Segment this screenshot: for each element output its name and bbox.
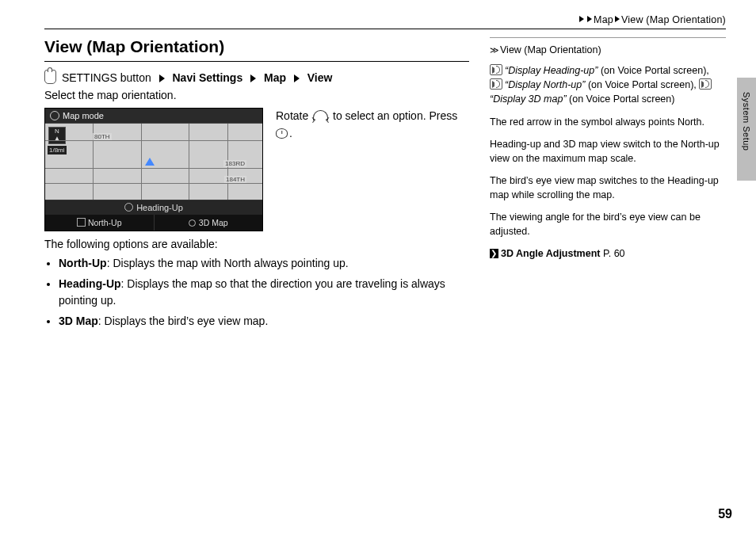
side-note: The red arrow in the symbol always point… <box>490 115 726 129</box>
list-item: North-Up: Displays the map with North al… <box>59 255 469 272</box>
figure-option-left: North-Up <box>45 215 155 231</box>
hand-icon <box>44 70 56 84</box>
gear-icon <box>50 111 59 120</box>
press-button-icon <box>276 128 288 139</box>
figure-titlebar: Map mode <box>45 109 262 124</box>
road-label: 183RD <box>223 160 246 167</box>
dial-icon <box>124 203 133 212</box>
section-tab-label: System Setup <box>742 92 751 151</box>
chevron-right-icon <box>294 74 300 82</box>
side-note: The bird’s eye view map switches to the … <box>490 174 726 202</box>
side-note: Heading-up and 3D map view switch to the… <box>490 137 726 166</box>
instruction-text: Rotate to select an option. Press . <box>276 108 469 142</box>
road-label: 80TH <box>93 133 112 140</box>
breadcrumb-seg: Map <box>594 14 613 25</box>
page-number: 59 <box>718 507 732 521</box>
compass-icon: N▲ <box>48 127 66 144</box>
xref-icon: ❯ <box>490 249 498 258</box>
path-step: Navi Settings <box>173 71 243 84</box>
options-list: North-Up: Displays the map with North al… <box>46 255 469 330</box>
breadcrumb-seg: View (Map Orientation) <box>621 14 726 25</box>
cross-reference: ❯3D Angle Adjustment P. 60 <box>490 246 726 261</box>
path-button: SETTINGS button <box>62 71 151 84</box>
options-heading: The following options are available: <box>44 238 469 250</box>
nav-path: SETTINGS button Navi Settings Map View <box>44 70 469 84</box>
path-step: Map <box>264 71 286 84</box>
chevron-right-icon <box>250 74 256 82</box>
rotate-dial-icon <box>313 110 328 120</box>
list-item: Heading-Up: Displays the map so that the… <box>59 276 469 309</box>
divider <box>44 29 726 29</box>
note-icon: ≫ <box>490 44 497 57</box>
page-title: View (Map Orientation) <box>44 37 469 62</box>
chevron-right-icon <box>587 16 592 22</box>
chevron-right-icon <box>579 16 584 22</box>
side-divider <box>490 37 726 38</box>
breadcrumb: MapView (Map Orientation) <box>44 14 726 25</box>
figure-option-header: Heading-Up <box>45 200 262 215</box>
screenshot-figure: Map mode N▲ 1/8mi 80TH 183RD 184TH <box>44 108 263 231</box>
chevron-right-icon <box>615 16 620 22</box>
side-note: The viewing angle for the bird’s eye vie… <box>490 210 726 238</box>
path-step: View <box>307 71 333 84</box>
figure-map: N▲ 1/8mi 80TH 183RD 184TH <box>45 124 262 200</box>
intro-text: Select the map orientation. <box>44 89 469 101</box>
vehicle-marker-icon <box>145 158 155 166</box>
map-scale: 1/8mi <box>48 146 67 154</box>
voice-icon <box>699 78 712 90</box>
chevron-right-icon <box>159 74 165 82</box>
list-item: 3D Map: Displays the bird’s eye view map… <box>59 313 469 330</box>
road-label: 184TH <box>224 176 246 183</box>
voice-icon <box>490 78 502 90</box>
figure-option-right: 3D Map <box>155 215 263 231</box>
voice-commands: “Display Heading-up” (on Voice Portal sc… <box>490 63 726 106</box>
voice-icon <box>490 64 502 75</box>
side-heading: ≫View (Map Orientation) <box>490 43 726 57</box>
